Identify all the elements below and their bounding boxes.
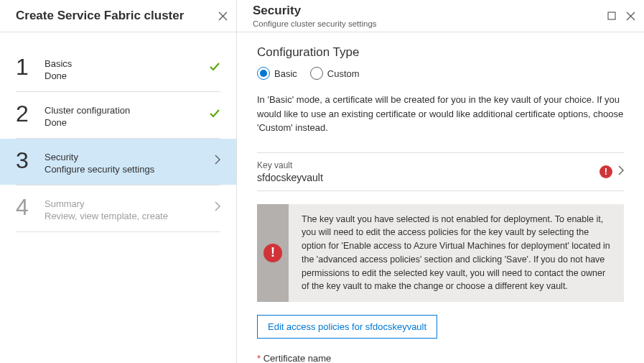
step-number: 1	[16, 55, 45, 78]
radio-basic[interactable]: Basic	[257, 67, 297, 80]
radio-label: Custom	[327, 68, 360, 79]
chevron-right-icon	[618, 165, 624, 178]
close-icon[interactable]	[218, 12, 228, 21]
checkmark-icon	[209, 61, 220, 75]
radio-icon	[257, 67, 270, 80]
step-title: Cluster configuration	[45, 105, 209, 116]
warning-banner: ! The key vault you have selected is not…	[257, 204, 624, 303]
certificate-name-label: * Certificate name	[257, 353, 624, 363]
wizard-title: Create Service Fabric cluster	[16, 9, 218, 23]
close-icon[interactable]	[626, 12, 635, 21]
checkmark-icon	[209, 108, 220, 121]
step-subtitle: Done	[45, 70, 209, 81]
error-icon: !	[599, 165, 612, 178]
config-type-heading: Configuration Type	[257, 45, 624, 60]
warning-icon: !	[263, 244, 282, 262]
warning-text: The key vault you have selected is not e…	[289, 204, 624, 303]
page-title: Security	[253, 4, 607, 18]
page-subtitle: Configure cluster security settings	[253, 19, 607, 28]
step-title: Summary	[45, 198, 215, 209]
key-vault-selector[interactable]: Key vault sfdocskeyvault !	[257, 152, 624, 191]
wizard-step-summary: 4 Summary Review, view template, create	[0, 185, 236, 231]
step-subtitle: Configure security settings	[45, 164, 215, 175]
chevron-right-icon	[215, 201, 220, 213]
step-subtitle: Done	[45, 117, 209, 128]
step-number: 4	[16, 196, 45, 219]
wizard-step-basics[interactable]: 1 Basics Done	[0, 45, 236, 91]
step-subtitle: Review, view template, create	[45, 211, 215, 221]
radio-custom[interactable]: Custom	[310, 67, 360, 80]
edit-access-policies-link[interactable]: Edit access policies for sfdocskeyvault	[257, 315, 437, 339]
step-number: 2	[16, 102, 45, 125]
maximize-icon[interactable]	[607, 12, 616, 20]
key-vault-label: Key vault	[257, 160, 599, 170]
config-description: In 'Basic' mode, a certificate will be c…	[257, 93, 624, 135]
step-title: Basics	[45, 58, 209, 69]
step-number: 3	[16, 149, 45, 172]
chevron-right-icon	[215, 155, 220, 167]
radio-label: Basic	[274, 68, 297, 79]
wizard-step-cluster-config[interactable]: 2 Cluster configuration Done	[0, 92, 236, 138]
svg-rect-0	[608, 12, 615, 19]
wizard-step-security[interactable]: 3 Security Configure security settings	[0, 139, 236, 185]
key-vault-value: sfdocskeyvault	[257, 172, 599, 183]
step-title: Security	[45, 152, 215, 162]
radio-icon	[310, 67, 323, 80]
